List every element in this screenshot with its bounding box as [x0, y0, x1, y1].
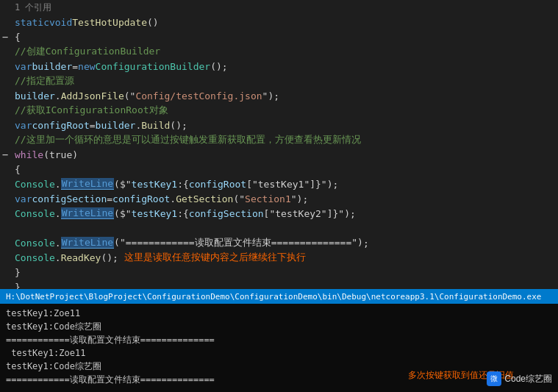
- token: configSection: [32, 193, 107, 204]
- token: ;: [363, 238, 369, 249]
- token: var: [15, 61, 32, 72]
- filepath-bar: H:\DotNetProject\BlogProject\Configurati…: [0, 289, 558, 304]
- token: ();: [210, 61, 227, 72]
- token: }: [15, 267, 21, 278]
- terminal-line: testKey1:Code综艺圈: [6, 320, 552, 333]
- token: testKey1: [132, 179, 178, 190]
- token: static: [15, 17, 49, 28]
- watermark-icon: 微: [487, 371, 501, 386]
- token: WriteLine: [61, 207, 114, 219]
- token: .: [170, 193, 176, 204]
- token: WriteLine: [61, 237, 114, 249]
- token: ($": [114, 208, 131, 219]
- ref-count: 1 个引用: [15, 1, 51, 14]
- line-annotation: 这里是读取任意按键内容之后继续往下执行: [124, 251, 306, 264]
- token: .: [55, 238, 61, 249]
- token: .: [55, 208, 61, 219]
- token: ReadKey: [61, 252, 101, 263]
- token: ");: [262, 90, 279, 101]
- token: {: [15, 164, 21, 175]
- token: Console: [15, 179, 55, 190]
- code-line: Console.WriteLine($"testKey1:{configSect…: [0, 206, 558, 221]
- token: Section1: [245, 193, 291, 204]
- token: Config/testConfig.json: [135, 90, 262, 101]
- token: configSection: [189, 208, 264, 219]
- token: testKey1: [132, 208, 178, 219]
- token: GetSection: [176, 193, 233, 204]
- token: Console: [15, 252, 55, 263]
- watermark-text: Code综艺圈: [504, 373, 552, 385]
- code-line: − while (true): [0, 147, 558, 162]
- code-line: }: [0, 265, 558, 279]
- token: ($": [114, 179, 131, 190]
- terminal-area: testKey1:Zoe11testKey1:Code综艺圈==========…: [0, 304, 558, 392]
- code-line: static void TestHotUpdate(): [0, 15, 558, 29]
- code-line: Console.WriteLine($"testKey1:{configRoot…: [0, 177, 558, 191]
- token: =: [90, 120, 96, 131]
- filepath-text: H:\DotNetProject\BlogProject\Configurati…: [6, 292, 541, 302]
- token: =: [107, 193, 112, 204]
- code-line: var configSection = configRoot.GetSectio…: [0, 191, 558, 206]
- code-line: //获取IConfigurationRoot对象: [0, 103, 558, 118]
- code-line: {: [0, 162, 558, 177]
- token: builder: [15, 90, 55, 101]
- token: :{: [177, 179, 189, 190]
- terminal-line: ============读取配置文件结束==============: [6, 333, 552, 346]
- code-lines: static void TestHotUpdate()−{ //创建Config…: [0, 15, 558, 289]
- token: WriteLine: [61, 178, 114, 190]
- watermark: 微 Code综艺圈: [487, 371, 552, 386]
- token: builder: [96, 120, 136, 131]
- token: //创建ConfigurationBuilder: [15, 45, 160, 58]
- code-line: Console.WriteLine("============读取配置文件结束=…: [0, 235, 558, 250]
- code-line: var builder = new ConfigurationBuilder()…: [0, 59, 558, 74]
- code-line: [0, 221, 558, 235]
- token: (true): [43, 149, 78, 160]
- token: =: [72, 61, 78, 72]
- token: ");: [291, 193, 308, 204]
- token: Console: [15, 208, 55, 219]
- token: ["testKey2"]}"): [264, 208, 350, 219]
- token: configRoot: [189, 179, 246, 190]
- code-line: }: [0, 279, 558, 289]
- code-line: builder.AddJsonFile("Config/testConfig.j…: [0, 88, 558, 103]
- ref-line: 1 个引用: [0, 0, 558, 15]
- code-line: var configRoot = builder.Build();: [0, 118, 558, 132]
- code-line: −{: [0, 29, 558, 44]
- token: ConfigurationBuilder: [96, 61, 211, 72]
- gutter-cell[interactable]: −: [0, 149, 10, 160]
- token: TestHotUpdate: [72, 17, 147, 28]
- token: (": [233, 193, 245, 204]
- token: .: [55, 179, 61, 190]
- code-line: //这里加一个循环的意思是可以通过按键触发重新获取配置，方便查看热更新情况: [0, 132, 558, 147]
- token: builder: [32, 61, 72, 72]
- token: //指定配置源: [15, 74, 74, 88]
- token: void: [49, 17, 72, 28]
- code-line: Console.ReadKey(); 这里是读取任意按键内容之后继续往下执行: [0, 250, 558, 265]
- token: {: [15, 32, 21, 43]
- token: var: [15, 120, 32, 131]
- token: new: [78, 61, 95, 72]
- token: //这里加一个循环的意思是可以通过按键触发重新获取配置，方便查看热更新情况: [15, 133, 361, 146]
- token: :{: [177, 208, 189, 219]
- token: var: [15, 193, 32, 204]
- token: (": [124, 90, 136, 101]
- gutter-cell[interactable]: −: [0, 31, 10, 43]
- token: ();: [170, 120, 187, 131]
- token: .: [135, 120, 141, 131]
- token: .: [55, 252, 61, 263]
- token: while: [15, 149, 43, 160]
- terminal-line: testKey1:Zoe11: [6, 307, 552, 320]
- token: ;: [333, 179, 339, 190]
- token: ("============读取配置文件结束=============="): [114, 236, 363, 249]
- editor-container: 1 个引用 static void TestHotUpdate()−{ //创建…: [0, 0, 558, 289]
- token: Console: [15, 238, 55, 249]
- code-line: //创建ConfigurationBuilder: [0, 44, 558, 59]
- token: }: [15, 282, 21, 290]
- token: ;: [350, 208, 356, 219]
- token: configRoot: [112, 193, 170, 204]
- token: .: [55, 90, 61, 101]
- token: Build: [141, 120, 170, 131]
- code-line: //指定配置源: [0, 74, 558, 88]
- terminal-line: testKey1:Zoe11: [6, 346, 552, 360]
- token: ();: [101, 252, 118, 263]
